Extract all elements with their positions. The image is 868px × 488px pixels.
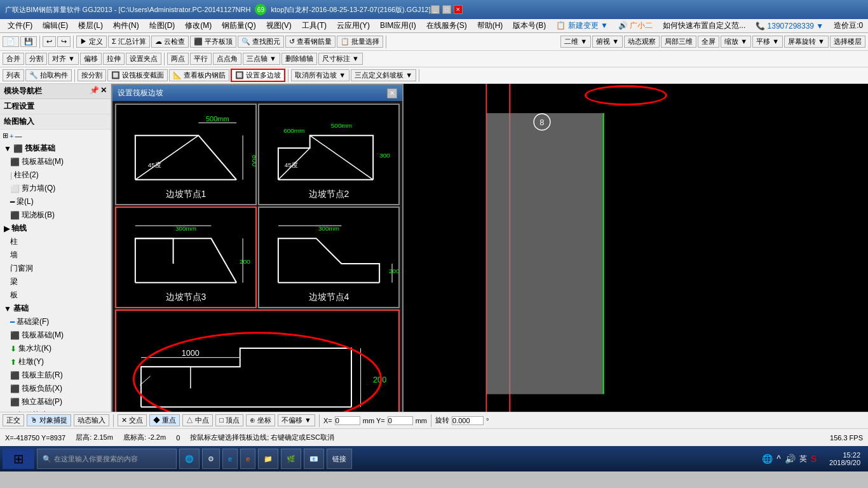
del-aux-btn[interactable]: 删除辅轴 xyxy=(281,53,317,65)
sidebar-item-castslab[interactable]: ⬛ 现浇板(B) xyxy=(0,208,111,222)
menu-help[interactable]: 帮助(H) xyxy=(472,19,508,32)
midpoint-btn[interactable]: △ 中点 xyxy=(182,414,213,426)
menu-modify[interactable]: 修改(M) xyxy=(180,19,217,32)
sidebar-item-column-base[interactable]: | 柱径(2) xyxy=(0,168,111,182)
window-controls[interactable]: _ □ ✕ xyxy=(431,5,463,14)
dim-btn[interactable]: 尺寸标注 ▼ xyxy=(318,53,363,65)
taskbar-search[interactable]: 🔍 在这里输入你要搜索的内容 xyxy=(37,449,177,469)
set-slope-section-btn[interactable]: 🔲 设筏板变截面 xyxy=(107,69,168,81)
sidebar-category-foundation[interactable]: ▼ 基础 xyxy=(0,302,111,315)
split-by-btn[interactable]: 按分割 xyxy=(78,69,106,81)
close-nav-icon[interactable]: ✕ xyxy=(100,86,107,97)
orthogonal-btn[interactable]: 正交 xyxy=(3,414,24,426)
x-input[interactable] xyxy=(335,416,360,425)
sidebar-item-raft-neg[interactable]: ⬛ 筏板负筋(X) xyxy=(0,382,111,395)
menu-rebar[interactable]: 钢筋量(Q) xyxy=(217,19,261,32)
grip-btn[interactable]: 设置夹点 xyxy=(126,53,161,65)
new-btn[interactable]: 📄 xyxy=(3,36,19,47)
dynamic-input-btn[interactable]: 动态输入 xyxy=(74,414,109,426)
threepoint-btn[interactable]: 三点轴 ▼ xyxy=(243,53,280,65)
menu-bim[interactable]: BIM应用(I) xyxy=(375,19,421,32)
zoom-btn[interactable]: 缩放 ▼ xyxy=(721,36,751,48)
three-point-slope-btn[interactable]: 三点定义斜坡板 ▼ xyxy=(351,69,416,81)
antivirus-icon[interactable]: S xyxy=(811,454,817,464)
taskbar-app1[interactable]: 🌿 xyxy=(281,449,301,469)
cancel-slopes-btn[interactable]: 取消所有边坡 ▼ xyxy=(291,69,349,81)
diagram-cell-wide[interactable]: 1000 200 边坡节点3 xyxy=(115,309,400,412)
sidebar-item-beam2[interactable]: 梁 xyxy=(0,275,111,288)
rotate-input[interactable] xyxy=(452,416,484,425)
menu-online[interactable]: 在线服务(S) xyxy=(421,19,472,32)
modal-dialog-slope[interactable]: 设置筏板边坡 ✕ 500mm xyxy=(111,84,403,412)
sidebar-item-strip[interactable]: ━ 条形基础(T) xyxy=(0,409,111,412)
sidebar-item-raft-rebar[interactable]: ⬛ 筏板主筋(R) xyxy=(0,369,111,382)
align-btn[interactable]: 对齐 ▼ xyxy=(48,53,79,65)
pick-component-btn[interactable]: 🔧 抬取构件 xyxy=(25,69,72,81)
split-btn[interactable]: 分割 xyxy=(25,53,47,65)
menu-component[interactable]: 构件(N) xyxy=(108,19,144,32)
close-btn[interactable]: ✕ xyxy=(454,5,463,14)
menu-tools[interactable]: 工具(T) xyxy=(297,19,332,32)
twopoint-btn[interactable]: 两点 xyxy=(167,53,189,65)
align-top-btn[interactable]: ⬛ 平齐板顶 xyxy=(190,36,236,48)
redo-btn[interactable]: ↪ xyxy=(57,36,71,47)
2d-btn[interactable]: 二维 ▼ xyxy=(560,36,591,48)
network-icon[interactable]: 🌐 xyxy=(762,454,773,464)
taskbar-clock[interactable]: 15:22 2018/9/20 xyxy=(824,451,865,466)
sidebar-item-beam[interactable]: ━ 梁(L) xyxy=(0,195,111,208)
sidebar-item-column[interactable]: 柱 xyxy=(0,235,111,248)
local-3d-btn[interactable]: 局部三维 xyxy=(661,36,696,48)
menu-version[interactable]: 版本号(B) xyxy=(508,19,551,32)
sidebar-item-slab[interactable]: 板 xyxy=(0,288,111,302)
taskbar-settings[interactable]: ⚙ xyxy=(202,449,220,469)
diagram-cell-2[interactable]: 500mm 600mm 300 45度 边坡节点2 xyxy=(258,104,400,205)
view-plate-rebar-btn[interactable]: 📐 查看板内钢筋 xyxy=(169,69,229,81)
sidebar-item-pit[interactable]: ⬇ 集水坑(K) xyxy=(0,342,111,355)
engineering-setup[interactable]: 工程设置 xyxy=(0,99,111,114)
save-btn[interactable]: 💾 xyxy=(20,36,37,47)
maximize-btn[interactable]: □ xyxy=(442,5,451,14)
no-offset-btn[interactable]: 不偏移 ▼ xyxy=(278,414,315,426)
taskbar-ie[interactable]: e xyxy=(222,449,238,469)
expand-icon[interactable]: ^ xyxy=(776,454,781,464)
sum-btn[interactable]: Σ 汇总计算 xyxy=(108,36,150,48)
select-floor-btn[interactable]: 选择楼层 xyxy=(830,36,865,48)
taskbar-link[interactable]: 链接 xyxy=(327,449,352,469)
menu-quickset[interactable]: 如何快速布置自定义范... xyxy=(658,19,750,32)
menu-price[interactable]: 造价豆:0 xyxy=(829,19,868,32)
vertex-btn[interactable]: □ 顶点 xyxy=(215,414,243,426)
sidebar-item-colcap[interactable]: ⬆ 柱墩(Y) xyxy=(0,355,111,369)
parallel-btn[interactable]: 平行 xyxy=(190,53,212,65)
pin-icon[interactable]: 📌 xyxy=(90,86,99,97)
intersection-btn[interactable]: ✕ 交点 xyxy=(118,414,147,426)
menu-edit[interactable]: 编辑(E) xyxy=(37,19,73,32)
sidebar-item-isolated[interactable]: ⬛ 独立基础(P) xyxy=(0,395,111,409)
pointangle-btn[interactable]: 点点角 xyxy=(213,53,241,65)
menu-view[interactable]: 视图(V) xyxy=(261,19,297,32)
find-elem-btn[interactable]: 🔍 查找图元 xyxy=(238,36,284,48)
undo-btn[interactable]: ↩ xyxy=(43,36,56,47)
nav-panel-icons[interactable]: 📌 ✕ xyxy=(90,86,107,97)
dynamic-view-btn[interactable]: 动态观察 xyxy=(624,36,660,48)
modal-close-btn[interactable]: ✕ xyxy=(387,88,397,98)
sidebar-item-raft2[interactable]: ⬛ 筏板基础(M) xyxy=(0,329,111,342)
sidebar-item-wall[interactable]: 墙 xyxy=(0,248,111,262)
menu-draw[interactable]: 绘图(D) xyxy=(144,19,180,32)
set-multi-slope-btn[interactable]: 🔲 设置多边坡 xyxy=(231,69,285,82)
endpoint-btn[interactable]: ◆ 重点 xyxy=(149,414,180,426)
batch-select-btn[interactable]: 📋 批量选择 xyxy=(337,36,383,48)
menu-cloud[interactable]: 云应用(Y) xyxy=(332,19,375,32)
sidebar-item-shearwall[interactable]: ⬜ 剪力墙(Q) xyxy=(0,182,111,195)
cloud-check-btn[interactable]: ☁ 云检查 xyxy=(151,36,189,48)
menu-file[interactable]: 文件(F) xyxy=(3,19,37,32)
drawing-input[interactable]: 绘图输入 xyxy=(0,114,111,130)
menu-new-change[interactable]: 📋 新建变更 ▼ xyxy=(551,19,613,32)
diagram-cell-4[interactable]: 300mm 200 边坡节点4 xyxy=(258,207,400,308)
sidebar-expand-1[interactable]: ⊞+ — xyxy=(3,131,108,140)
taskbar-explorer[interactable]: 📁 xyxy=(258,449,278,469)
sidebar-item-raft-foundation[interactable]: ⬛ 筏板基础(M) xyxy=(0,155,111,168)
start-btn[interactable]: ⊞ xyxy=(3,449,34,469)
sidebar-item-found-beam[interactable]: ━ 基础梁(F) xyxy=(0,315,111,329)
diagram-cell-3[interactable]: 300mm 200 边坡节点3 xyxy=(115,207,257,308)
minimize-btn[interactable]: _ xyxy=(431,5,440,14)
